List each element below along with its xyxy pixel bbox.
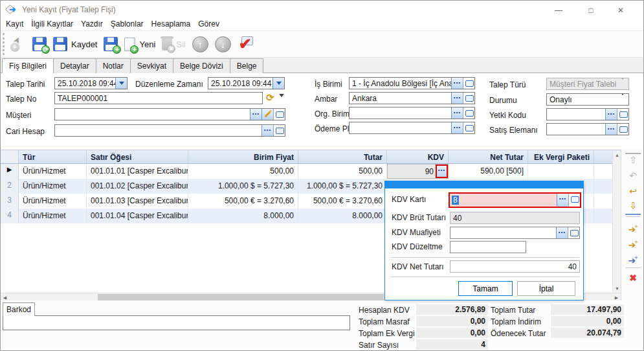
tab-fis-bilgileri[interactable]: Fiş Bilgileri [2,58,54,73]
delete-line-icon[interactable]: ✖ [625,271,641,286]
menu-gorev[interactable]: Görev [198,19,226,30]
durumu-select[interactable]: Onaylı [546,93,629,106]
yetki-kodu-field[interactable]: … [546,108,629,120]
menu-ilgili-kayitlar[interactable]: İlgili Kayıtlar [31,19,80,30]
cell-ek-vergi[interactable] [528,164,594,179]
is-birimi-lookup-button[interactable]: … [451,78,463,89]
barkod-input[interactable] [3,315,350,330]
cell-satir-ogesi[interactable]: 001.01.01 [Casper Excalibur ... [87,164,188,179]
kdv-detail-ellipsis-button[interactable]: … [436,164,448,178]
close-button[interactable]: ✕ [612,5,630,16]
odeme-plani-display-button[interactable] [463,122,474,133]
maximize-button[interactable]: □ [582,5,600,16]
approve-button[interactable]: ✔ [238,36,256,52]
cell-tutar[interactable]: 1.000,00 $ = 5.727,30 [298,179,387,194]
popup-title-bar[interactable] [385,181,583,188]
previous-record-button[interactable]: ↑ [192,36,208,52]
odeme-plani-lookup-button[interactable]: … [451,122,463,133]
kdv-karti-field[interactable]: 8 … [449,192,581,208]
save-button[interactable]: Kaydet [53,37,97,51]
toolbar-grip[interactable] [3,33,5,55]
col-birim-fiyat[interactable]: Birim Fiyat [188,150,298,163]
cell-satir-ogesi[interactable]: 001.01.03 [Casper Excalibur ... [87,194,188,209]
cell-net-tutar[interactable]: 590,00 [500] [449,164,528,179]
add-detail-line-icon[interactable]: ➔+ [625,251,641,266]
tab-belge[interactable]: Belge [230,58,264,73]
col-tutar[interactable]: Tutar [298,150,387,163]
is-birimi-display-button[interactable] [463,78,474,89]
tab-detaylar[interactable]: Detaylar [53,58,96,73]
cell-tur[interactable]: Ürün/Hizmet [19,179,87,194]
col-ek-vergi-paketi[interactable]: Ek Vergi Paketi [528,150,594,163]
duzenleme-zamani-dropdown[interactable] [272,78,284,89]
kdv-duzeltme-field[interactable] [450,241,526,253]
col-kdv[interactable]: KDV [387,150,449,163]
tab-notlar[interactable]: Notlar [96,58,131,73]
org-birim-display-button[interactable] [463,108,474,119]
menu-sablonlar[interactable]: Şablonlar [111,19,150,30]
tab-belge-dovizi[interactable]: Belge Dövizi [173,58,230,73]
tab-barkod[interactable]: Barkod [3,302,35,316]
satis-elemani-display-button[interactable] [617,124,628,135]
cell-tutar[interactable]: 8.000,00 [298,209,387,223]
tamam-button[interactable]: Tamam [458,281,513,296]
cari-hesap-field[interactable]: … [54,124,285,137]
kdv-muafiyeti-display-button[interactable] [568,227,579,238]
numerator-refresh-icon[interactable]: ⟳ [266,92,274,104]
save-refresh-button[interactable]: ⟳ [32,37,47,51]
minimize-button[interactable]: — [550,5,568,16]
musteri-lookup-button[interactable]: … [250,109,261,120]
save-new-button[interactable]: + [104,37,118,51]
cari-hesap-display-button[interactable] [273,125,285,136]
kdv-cell-editor[interactable]: 90 … [387,164,449,179]
satis-elemani-field[interactable]: … [546,123,629,135]
org-birim-lookup-button[interactable]: … [451,108,463,119]
ambar-lookup-button[interactable]: … [451,93,463,104]
duzenleme-zamani-field[interactable]: 25.10.2018 09:44 [208,77,285,89]
talep-no-field[interactable]: TALEP000001 [54,92,263,104]
kdv-muafiyeti-field[interactable]: … [450,227,580,239]
insert-row-icon[interactable]: ↩ [625,184,641,199]
add-discount-line-icon[interactable]: ➔+ [625,235,641,251]
menu-kayit[interactable]: Kayıt [6,19,30,30]
kdv-net-field[interactable]: 40 [450,260,580,273]
tab-sevkiyat[interactable]: Sevkiyat [130,58,173,73]
musteri-display-button[interactable] [273,109,285,120]
add-line-icon[interactable]: ➔+ [625,220,641,235]
kdv-muafiyeti-lookup-button[interactable]: … [556,227,568,238]
grid-vertical-scrollbar[interactable]: ▲ ▼ [612,151,621,293]
new-button[interactable]: + Yeni [124,38,155,51]
musteri-field[interactable]: … [54,108,285,120]
talep-tarihi-dropdown[interactable] [115,78,127,89]
cell-tur[interactable]: Ürün/Hizmet [19,209,87,223]
menu-hesaplama[interactable]: Hesaplama [151,19,197,30]
kdv-karti-lookup-button[interactable]: … [557,194,568,207]
cell-birim-fiyat[interactable]: 8.000,00 [188,209,298,223]
ambar-field[interactable]: Ankara … [349,92,475,104]
musteri-wizard-button[interactable] [261,109,273,120]
cell-tutar[interactable]: 500,00 [298,164,387,179]
cell-birim-fiyat[interactable]: 500,00 € = 3.270,60 [188,194,298,209]
cell-satir-ogesi[interactable]: 001.01.04 [Casper Excalibur ... [87,209,188,223]
col-tur[interactable]: Tür [19,150,87,163]
numerator-dropdown-icon[interactable] [279,97,284,106]
table-row[interactable]: ▶ Ürün/Hizmet 001.01.01 [Casper Excalibu… [1,164,621,179]
ambar-display-button[interactable] [463,93,474,104]
yetki-kodu-display-button[interactable] [617,109,628,120]
cell-tur[interactable]: Ürün/Hizmet [19,164,87,179]
col-satir-ogesi[interactable]: Satır Öğesi [87,150,188,163]
satis-elemani-lookup-button[interactable]: … [605,124,617,135]
cell-tutar[interactable]: 500,00 € = 3.270,60 [298,194,387,209]
iptal-button[interactable]: İptal [517,281,575,296]
cell-birim-fiyat[interactable]: 1.000,00 $ = 5.727,30 [188,179,298,194]
append-row-icon[interactable]: ⇩ [625,199,641,215]
cell-satir-ogesi[interactable]: 001.01.02 [Casper Excalibur ... [87,179,188,194]
cari-hesap-lookup-button[interactable]: … [261,125,273,136]
odeme-plani-field[interactable]: … [349,122,475,134]
is-birimi-field[interactable]: 1 - İç Anadolu Bölgesi [İç Anad … [349,77,475,89]
menu-yazdir[interactable]: Yazdır [81,19,109,30]
talep-tarihi-field[interactable]: 25.10.2018 09:44 [54,77,128,89]
col-net-tutar[interactable]: Net Tutar [449,150,528,163]
cell-birim-fiyat[interactable]: 500,00 [188,164,298,179]
next-record-button[interactable]: ↓ [215,36,231,52]
